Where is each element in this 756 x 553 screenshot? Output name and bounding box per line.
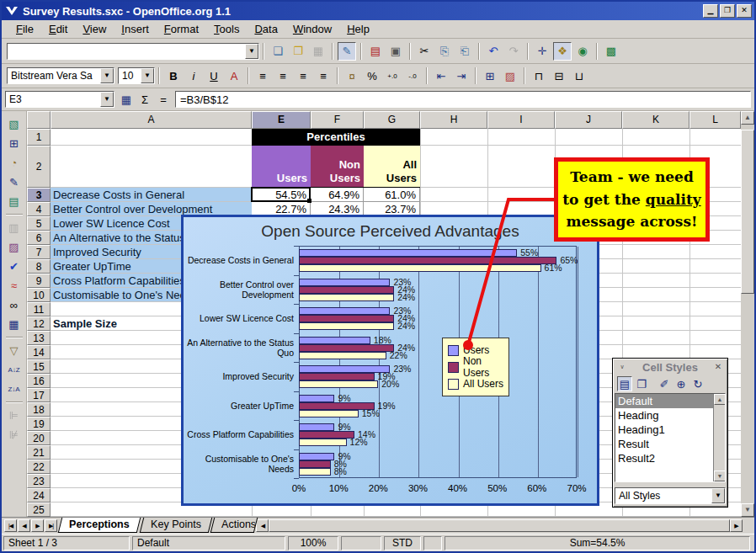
align-center-icon[interactable]: ≡ [274, 66, 292, 85]
last-sheet-icon[interactable]: ▶| [45, 519, 57, 532]
menu-edit[interactable]: Edit [41, 21, 75, 37]
row-header-20[interactable]: 20 [27, 431, 51, 445]
column-header-E[interactable]: E [252, 111, 311, 129]
row-header-9[interactable]: 9 [27, 274, 51, 288]
menu-insert[interactable]: Insert [114, 21, 157, 37]
stylist-icon[interactable]: ❖ [553, 42, 572, 61]
bold-icon[interactable]: B [164, 66, 183, 85]
row-header-19[interactable]: 19 [27, 417, 51, 431]
sort-ascending-icon[interactable]: A↓Z [4, 360, 24, 380]
close-icon[interactable]: ✕ [712, 362, 724, 373]
row-header-18[interactable]: 18 [27, 402, 51, 417]
name-box[interactable]: E3 ▼ [5, 91, 114, 108]
style-item-result2[interactable]: Result2 [615, 451, 725, 465]
series-header-cell[interactable]: Non Users [311, 146, 364, 188]
number-format-percent-icon[interactable]: % [363, 66, 381, 85]
row-header-10[interactable]: 10 [27, 288, 51, 302]
menu-data[interactable]: Data [247, 21, 285, 37]
italic-icon[interactable]: i [184, 66, 203, 85]
hyperlink-icon[interactable]: ◉ [573, 42, 592, 61]
percentiles-header-cell[interactable]: Percentiles [252, 129, 420, 146]
borders-icon[interactable]: ⊞ [481, 66, 499, 85]
scroll-up-icon[interactable]: ▲ [714, 394, 726, 405]
print-icon[interactable]: ▣ [386, 42, 405, 61]
undo-icon[interactable]: ↶ [484, 42, 503, 61]
style-item-result[interactable]: Result [615, 437, 725, 451]
minimize-button[interactable]: ▁ [703, 4, 718, 18]
cell-styles-titlebar[interactable]: ∨Cell Styles✕ [615, 360, 726, 375]
series-header-cell[interactable]: Users [252, 146, 311, 188]
function-autopilot-icon[interactable]: ▦ [118, 91, 135, 108]
background-color-icon[interactable]: ▨ [501, 66, 519, 85]
draw-functions-icon[interactable]: ✎ [4, 173, 24, 192]
font-color-icon[interactable]: A [225, 66, 243, 85]
font-size-dropdown-icon[interactable]: ▼ [141, 68, 154, 83]
row-header-1[interactable]: 1 [27, 129, 51, 146]
cell-styles-panel[interactable]: ∨Cell Styles✕▤❐✐⊕↻DefaultHeadingHeading1… [612, 358, 728, 508]
scroll-left-icon[interactable]: ◀ [256, 519, 269, 532]
style-filter-dropdown-icon[interactable]: ▼ [711, 488, 725, 503]
corner-box[interactable] [27, 111, 51, 129]
column-header-L[interactable]: L [689, 111, 741, 129]
align-left-icon[interactable]: ≡ [253, 66, 272, 85]
embedded-chart[interactable]: Open Source Perceived Advantages0%10%20%… [181, 215, 599, 506]
autofilter-icon[interactable]: ▽ [4, 341, 24, 360]
cell-styles-icon[interactable]: ▤ [617, 376, 632, 391]
selection-handle[interactable] [307, 199, 311, 203]
next-sheet-icon[interactable]: ▶ [31, 519, 44, 532]
style-filter-combobox[interactable]: All Styles▼ [615, 487, 726, 504]
column-header-H[interactable]: H [420, 111, 487, 129]
export-pdf-icon[interactable]: ▤ [366, 42, 385, 61]
row-header-13[interactable]: 13 [27, 331, 51, 345]
menu-help[interactable]: Help [339, 21, 377, 37]
gallery-icon[interactable]: ▩ [602, 42, 620, 61]
sum-icon[interactable]: Σ [136, 91, 153, 108]
row-header-4[interactable]: 4 [27, 202, 51, 216]
column-header-I[interactable]: I [487, 111, 555, 129]
style-list[interactable]: DefaultHeadingHeading1ResultResult2▲▼ [615, 393, 726, 482]
autospellcheck-icon[interactable]: ≈ [4, 276, 24, 295]
new-document-icon[interactable]: ❏ [269, 42, 287, 61]
edit-file-icon[interactable]: ✎ [338, 42, 356, 61]
form-functions-icon[interactable]: ▤ [4, 192, 24, 211]
fill-format-mode-icon[interactable]: ✐ [657, 376, 672, 391]
delete-decimal-place-icon[interactable]: -.0 [403, 66, 422, 85]
underline-icon[interactable]: U [205, 66, 223, 85]
row-header-25[interactable]: 25 [27, 502, 51, 517]
paste-icon[interactable]: ⎗ [455, 42, 474, 61]
status-page-style[interactable]: Default [132, 536, 285, 550]
url-combobox[interactable]: ▼ [7, 43, 259, 60]
sheet-tab-perceptions[interactable]: Perceptions [58, 518, 141, 533]
annotation-callout[interactable]: Team - we needto get the qualitymessage … [554, 157, 710, 242]
style-list-scrollbar[interactable]: ▲▼ [713, 394, 725, 481]
vertical-scrollbar[interactable]: ▲▼ [741, 111, 754, 517]
row-header-23[interactable]: 23 [27, 474, 51, 488]
spellcheck-icon[interactable]: ✔ [4, 257, 24, 276]
row-header-16[interactable]: 16 [27, 374, 51, 388]
row-header-11[interactable]: 11 [27, 302, 51, 316]
sheet-tab-key-points[interactable]: Key Points [139, 518, 211, 533]
dock-icon[interactable]: ∨ [616, 362, 628, 373]
scroll-right-icon[interactable]: ▶ [730, 519, 743, 532]
style-item-heading1[interactable]: Heading1 [615, 423, 725, 437]
row-label-cell[interactable]: Decrease Costs in General [51, 188, 252, 202]
scroll-down-icon[interactable]: ▼ [714, 471, 726, 481]
style-item-heading[interactable]: Heading [615, 408, 725, 423]
column-header-J[interactable]: J [555, 111, 622, 129]
scrollbar-thumb[interactable] [269, 519, 730, 532]
align-top-icon[interactable]: ⊓ [530, 66, 548, 85]
row-header-8[interactable]: 8 [27, 259, 51, 274]
scroll-down-icon[interactable]: ▼ [741, 503, 754, 517]
formula-input[interactable]: =B3/B$12 [175, 91, 751, 108]
status-zoom[interactable]: 100% [288, 536, 338, 550]
status-selection-mode[interactable]: STD [384, 536, 421, 550]
menu-window[interactable]: Window [285, 21, 339, 37]
font-name-combobox[interactable]: Bitstream Vera Sa ▼ [7, 67, 114, 84]
row-header-7[interactable]: 7 [27, 245, 51, 259]
new-style-from-selection-icon[interactable]: ⊕ [673, 376, 689, 391]
name-box-dropdown-icon[interactable]: ▼ [100, 92, 114, 107]
page-styles-icon[interactable]: ❐ [634, 376, 649, 391]
choose-themes-icon[interactable]: ▨ [4, 237, 24, 257]
scroll-up-icon[interactable]: ▲ [741, 111, 754, 125]
row-header-6[interactable]: 6 [27, 231, 51, 245]
